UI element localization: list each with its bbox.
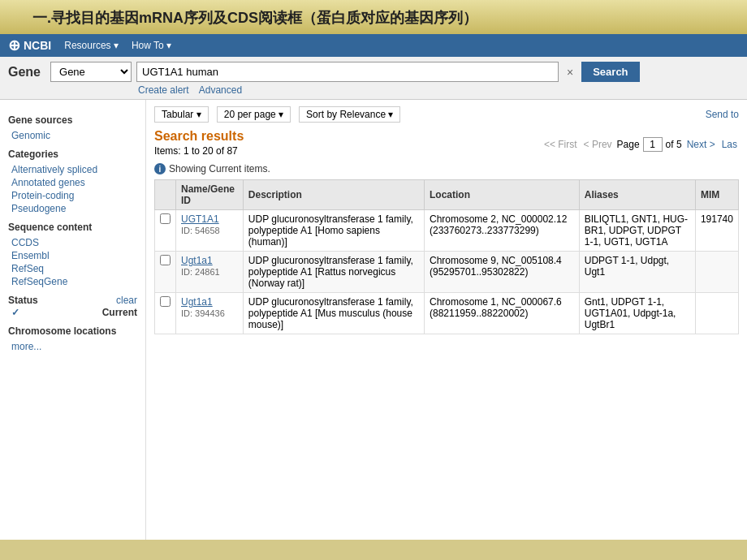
row-gene-cell: Ugt1a1 ID: 394436: [176, 293, 244, 334]
results-header-row: Search results Items: 1 to 20 of 87 << F…: [154, 129, 739, 160]
search-row: Gene Gene Nucleotide Protein PubMed × Se…: [8, 62, 739, 82]
create-alert-link[interactable]: Create alert: [138, 84, 189, 96]
send-to-link[interactable]: Send to: [706, 109, 739, 120]
gene-id: ID: 54658: [181, 226, 220, 235]
row-aliases-cell: BILIQTL1, GNT1, HUG-BR1, UDPGT, UDPGT 1-…: [579, 210, 695, 252]
row-checkbox-cell[interactable]: [155, 252, 176, 293]
table-row: Ugt1a1 ID: 394436 UDP glucuronosyltransf…: [155, 293, 739, 334]
info-icon: i: [154, 163, 166, 174]
gene-link[interactable]: Ugt1a1: [181, 255, 213, 266]
row-description-cell: UDP glucuronosyltransferase 1 family, po…: [243, 210, 424, 252]
search-area: Gene Gene Nucleotide Protein PubMed × Se…: [0, 57, 747, 100]
row-aliases-cell: Gnt1, UDPGT 1-1, UGT1A01, Udpgt-1a, UgtB…: [579, 293, 695, 334]
page-input[interactable]: [643, 137, 663, 152]
database-label: Gene: [8, 65, 41, 80]
sidebar-item-more[interactable]: more...: [8, 340, 137, 353]
sidebar-item-ccds[interactable]: CCDS: [8, 236, 137, 249]
row-description-cell: UDP glucuronosyltransferase 1 family, po…: [243, 293, 424, 334]
title-banner: 一.寻找目的基因mRNA序列及CDS阅读框（蛋白质对应的基因序列）: [0, 0, 747, 34]
sidebar-item-refseqgene[interactable]: RefSeqGene: [8, 275, 137, 288]
gene-id: ID: 394436: [181, 308, 225, 318]
col-mim: MIM: [695, 180, 738, 210]
howto-menu[interactable]: How To ▾: [132, 40, 171, 51]
status-section: Status clear: [8, 295, 137, 306]
ncbi-navbar: ⊕ NCBI Resources ▾ How To ▾: [0, 34, 747, 57]
row-gene-cell: Ugt1a1 ID: 24861: [176, 252, 244, 293]
row-mim-cell: [695, 293, 738, 334]
sidebar-item-genomic[interactable]: Genomic: [8, 129, 137, 142]
page-label: Page: [617, 139, 640, 150]
last-page-button[interactable]: Las: [720, 139, 739, 150]
search-input[interactable]: [136, 62, 559, 82]
results-table: Name/Gene ID Description Location Aliase…: [154, 179, 739, 334]
col-description: Description: [243, 180, 424, 210]
results-heading: Search results: [154, 129, 244, 144]
search-button[interactable]: Search: [581, 62, 639, 82]
sidebar-item-ensembl[interactable]: Ensembl: [8, 249, 137, 262]
col-checkbox: [155, 180, 176, 210]
col-aliases: Aliases: [579, 180, 695, 210]
gene-link[interactable]: Ugt1a1: [181, 296, 213, 308]
main-content: Gene sources Genomic Categories Alternat…: [0, 100, 747, 540]
sidebar-item-protein-coding[interactable]: Protein-coding: [8, 189, 137, 202]
table-header-row: Name/Gene ID Description Location Aliase…: [155, 180, 739, 210]
resources-menu[interactable]: Resources ▾: [64, 40, 119, 51]
status-clear-link[interactable]: clear: [116, 295, 137, 306]
showing-label: Showing Current items.: [169, 163, 270, 174]
sidebar-item-refseq[interactable]: RefSeq: [8, 262, 137, 275]
search-sub-row: Create alert Advanced: [8, 84, 739, 96]
col-location: Location: [425, 180, 580, 210]
pagination: << First < Prev Page of 5 Next > Las: [542, 137, 739, 152]
row-location-cell: Chromosome 2, NC_000002.12 (233760273..2…: [425, 210, 580, 252]
sort-button[interactable]: Sort by Relevance ▾: [299, 106, 400, 123]
categories-label: Categories: [8, 149, 137, 160]
gene-link[interactable]: UGT1A1: [181, 213, 219, 225]
database-select[interactable]: Gene Nucleotide Protein PubMed: [50, 62, 132, 82]
first-page-button[interactable]: << First: [542, 139, 579, 150]
row-mim-cell: 191740: [695, 210, 738, 252]
row-location-cell: Chromosome 9, NC_005108.4 (95295701..953…: [425, 252, 580, 293]
results-count: Items: 1 to 20 of 87: [154, 145, 244, 157]
clear-search-button[interactable]: ×: [563, 66, 576, 79]
col-name: Name/Gene ID: [176, 180, 244, 210]
ncbi-logo: ⊕ NCBI: [8, 37, 51, 54]
ncbi-logo-icon: ⊕: [8, 37, 20, 54]
results-area: Tabular ▾ 20 per page ▾ Sort by Relevanc…: [146, 100, 747, 540]
results-toolbar: Tabular ▾ 20 per page ▾ Sort by Relevanc…: [154, 106, 739, 123]
row-checkbox-cell[interactable]: [155, 210, 176, 252]
row-aliases-cell: UDPGT 1-1, Udpgt, Ugt1: [579, 252, 695, 293]
per-page-button[interactable]: 20 per page ▾: [217, 106, 291, 123]
row-description-cell: UDP glucuronosyltransferase 1 family, po…: [243, 252, 424, 293]
sidebar-item-annotated-genes[interactable]: Annotated genes: [8, 176, 137, 189]
row-checkbox[interactable]: [160, 213, 171, 224]
page-title: 一.寻找目的基因mRNA序列及CDS阅读框（蛋白质对应的基因序列）: [32, 10, 477, 26]
row-checkbox[interactable]: [160, 296, 171, 307]
status-label: Status: [8, 295, 38, 306]
row-location-cell: Chromosome 1, NC_000067.6 (88211959..882…: [425, 293, 580, 334]
row-gene-cell: UGT1A1 ID: 54658: [176, 210, 244, 252]
advanced-search-link[interactable]: Advanced: [199, 84, 242, 96]
sequence-content-label: Sequence content: [8, 222, 137, 233]
sidebar-item-pseudogene[interactable]: Pseudogene: [8, 202, 137, 215]
results-left: Search results Items: 1 to 20 of 87: [154, 129, 244, 160]
row-checkbox-cell[interactable]: [155, 293, 176, 334]
results-info: i Showing Current items.: [154, 163, 739, 174]
tabular-button[interactable]: Tabular ▾: [154, 106, 209, 123]
row-mim-cell: [695, 252, 738, 293]
sidebar-item-alternatively-spliced[interactable]: Alternatively spliced: [8, 163, 137, 176]
gene-sources-label: Gene sources: [8, 114, 137, 126]
of-label: of 5: [666, 139, 682, 150]
sidebar-item-current[interactable]: ✓ Current: [8, 306, 137, 319]
gene-id: ID: 24861: [181, 267, 220, 277]
ncbi-logo-text: NCBI: [24, 39, 51, 52]
table-row: UGT1A1 ID: 54658 UDP glucuronosyltransfe…: [155, 210, 739, 252]
table-row: Ugt1a1 ID: 24861 UDP glucuronosyltransfe…: [155, 252, 739, 293]
prev-page-button[interactable]: < Prev: [582, 139, 614, 150]
sidebar: Gene sources Genomic Categories Alternat…: [0, 100, 146, 540]
next-page-button[interactable]: Next >: [685, 139, 717, 150]
chromosome-locations-label: Chromosome locations: [8, 325, 137, 337]
row-checkbox[interactable]: [160, 255, 171, 265]
